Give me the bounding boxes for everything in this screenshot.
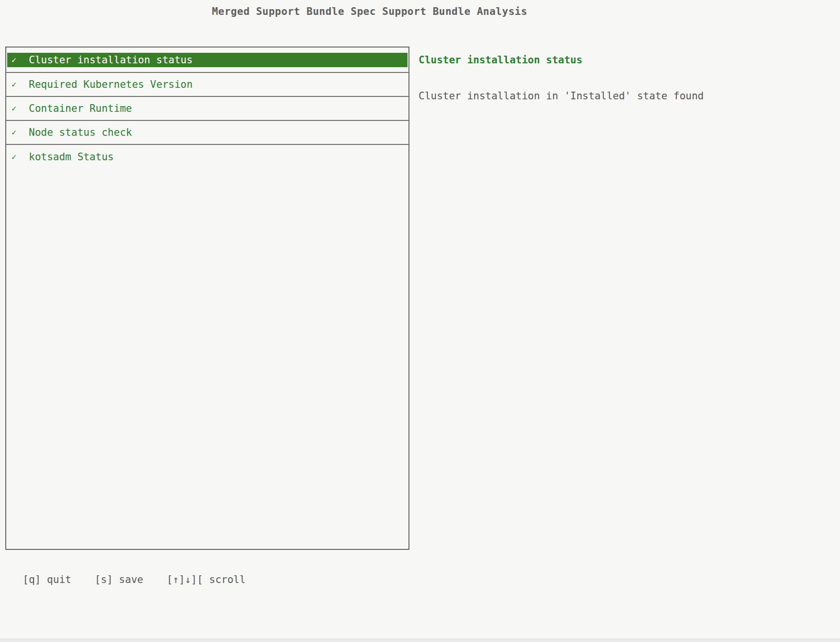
detail-title: Cluster installation status bbox=[419, 53, 822, 67]
list-item-label: kotsadm Status bbox=[29, 151, 114, 163]
analyzer-list: ✓Cluster installation status✓Required Ku… bbox=[5, 47, 409, 550]
list-item-label: Node status check bbox=[29, 127, 132, 138]
detail-message: Cluster installation in 'Installed' stat… bbox=[419, 89, 822, 103]
check-icon: ✓ bbox=[12, 55, 29, 65]
page-title: Merged Support Bundle Spec Support Bundl… bbox=[0, 6, 739, 17]
list-item-inner: ✓kotsadm Status bbox=[7, 150, 408, 164]
scroll-keybinding[interactable]: [↑]↓][ scroll bbox=[167, 572, 245, 587]
list-item-inner: ✓Required Kubernetes Version bbox=[7, 77, 408, 92]
detail-panel: Cluster installation status Cluster inst… bbox=[419, 53, 822, 103]
list-item[interactable]: ✓kotsadm Status bbox=[6, 145, 408, 169]
list-item-inner: ✓Node status check bbox=[7, 125, 408, 140]
list-item-inner: ✓Container Runtime bbox=[7, 101, 408, 116]
list-item[interactable]: ✓Required Kubernetes Version bbox=[6, 73, 408, 97]
check-icon: ✓ bbox=[12, 128, 29, 137]
check-icon: ✓ bbox=[12, 152, 29, 162]
check-icon: ✓ bbox=[12, 80, 29, 89]
footer-keybindings: [q] quit[s] save[↑]↓][ scroll bbox=[11, 558, 246, 587]
save-keybinding[interactable]: [s] save bbox=[95, 572, 167, 587]
quit-keybinding[interactable]: [q] quit bbox=[23, 572, 95, 587]
window-bottom-edge bbox=[0, 639, 840, 642]
list-item[interactable]: ✓Container Runtime bbox=[6, 97, 408, 121]
list-item-label: Container Runtime bbox=[29, 103, 132, 114]
list-item-inner: ✓Cluster installation status bbox=[7, 53, 408, 67]
list-item[interactable]: ✓Node status check bbox=[6, 121, 408, 145]
list-item-label: Required Kubernetes Version bbox=[29, 79, 192, 90]
check-icon: ✓ bbox=[12, 104, 29, 113]
list-item[interactable]: ✓Cluster installation status bbox=[6, 48, 408, 73]
list-item-label: Cluster installation status bbox=[29, 54, 192, 66]
